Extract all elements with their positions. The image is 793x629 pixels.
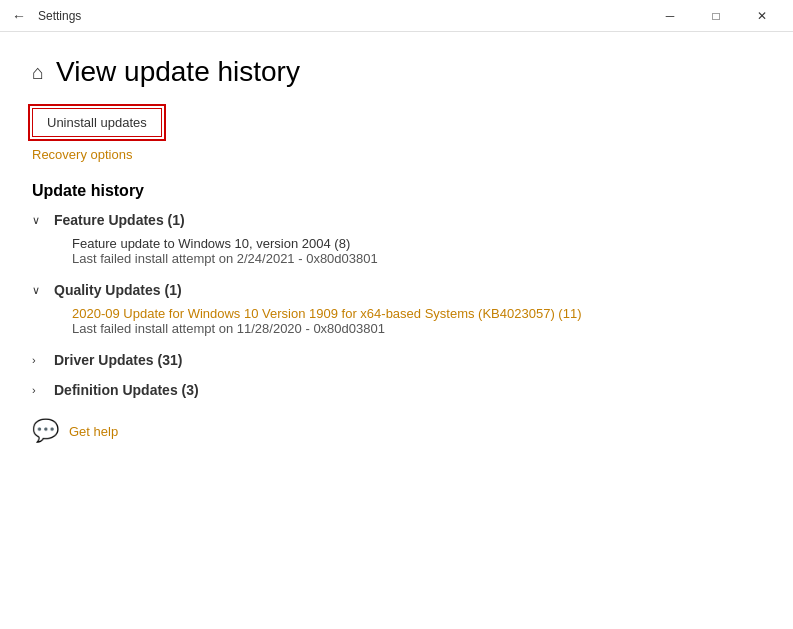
close-button[interactable]: ✕ <box>739 0 785 32</box>
list-item: 2020-09 Update for Windows 10 Version 19… <box>72 306 761 336</box>
feature-updates-category: ∨ Feature Updates (1) Feature update to … <box>32 212 761 266</box>
get-help-link[interactable]: Get help <box>69 424 118 439</box>
definition-updates-category[interactable]: › Definition Updates (3) <box>32 382 761 398</box>
title-bar-title: Settings <box>38 9 81 23</box>
driver-updates-chevron: › <box>32 354 46 366</box>
quality-update-title[interactable]: 2020-09 Update for Windows 10 Version 19… <box>72 306 761 321</box>
quality-update-status: Last failed install attempt on 11/28/202… <box>72 321 761 336</box>
page-title: View update history <box>56 56 300 88</box>
definition-updates-chevron: › <box>32 384 46 396</box>
get-help-section[interactable]: 💬 Get help <box>32 418 761 444</box>
page-header: ⌂ View update history <box>32 56 761 88</box>
feature-updates-label: Feature Updates (1) <box>54 212 185 228</box>
feature-update-status: Last failed install attempt on 2/24/2021… <box>72 251 761 266</box>
title-bar: ← Settings ─ □ ✕ <box>0 0 793 32</box>
quality-updates-chevron: ∨ <box>32 284 46 297</box>
maximize-button[interactable]: □ <box>693 0 739 32</box>
driver-updates-category[interactable]: › Driver Updates (31) <box>32 352 761 368</box>
quality-updates-category: ∨ Quality Updates (1) 2020-09 Update for… <box>32 282 761 336</box>
quality-updates-items: 2020-09 Update for Windows 10 Version 19… <box>32 306 761 336</box>
home-icon: ⌂ <box>32 61 44 84</box>
feature-updates-chevron: ∨ <box>32 214 46 227</box>
get-help-icon: 💬 <box>32 418 59 444</box>
minimize-button[interactable]: ─ <box>647 0 693 32</box>
driver-updates-label: Driver Updates (31) <box>54 352 182 368</box>
list-item: Feature update to Windows 10, version 20… <box>72 236 761 266</box>
title-bar-controls: ─ □ ✕ <box>647 0 785 32</box>
feature-updates-items: Feature update to Windows 10, version 20… <box>32 236 761 266</box>
back-button[interactable]: ← <box>8 6 30 26</box>
update-history-title: Update history <box>32 182 761 200</box>
title-bar-left: ← Settings <box>8 6 81 26</box>
quality-updates-label: Quality Updates (1) <box>54 282 182 298</box>
feature-update-title: Feature update to Windows 10, version 20… <box>72 236 761 251</box>
uninstall-updates-button[interactable]: Uninstall updates <box>32 108 162 137</box>
definition-updates-label: Definition Updates (3) <box>54 382 199 398</box>
recovery-options-link[interactable]: Recovery options <box>32 147 761 162</box>
feature-updates-header[interactable]: ∨ Feature Updates (1) <box>32 212 761 228</box>
main-content: ⌂ View update history Uninstall updates … <box>0 32 793 468</box>
quality-updates-header[interactable]: ∨ Quality Updates (1) <box>32 282 761 298</box>
